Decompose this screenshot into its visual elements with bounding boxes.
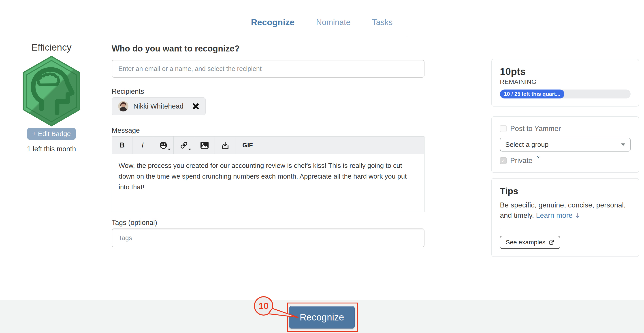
badge-panel: Efficiency + Edit Badge 1 left this mont… — [9, 42, 94, 153]
recipient-chip: Nikki Whitehead — [112, 97, 206, 115]
close-icon — [192, 103, 199, 110]
points-progress-bar: 10 / 25 left this quart... — [500, 90, 630, 98]
tags-label: Tags (optional) — [112, 219, 424, 227]
message-editor: B I — [112, 136, 424, 212]
gif-button[interactable]: GIF — [236, 136, 260, 154]
emoji-icon — [159, 141, 168, 150]
edit-badge-button[interactable]: + Edit Badge — [27, 128, 76, 140]
upload-button[interactable] — [215, 136, 236, 154]
editor-toolbar: B I — [112, 136, 424, 154]
yammer-checkbox[interactable]: ✓ — [500, 125, 506, 132]
private-checkbox[interactable]: ✓ — [500, 157, 506, 164]
points-value: 10pts — [500, 66, 630, 77]
check-icon: ✓ — [501, 158, 505, 163]
recognize-form: Who do you want to recognize? Recipients… — [112, 44, 424, 247]
page-title: Who do you want to recognize? — [112, 44, 424, 54]
gif-icon: GIF — [242, 142, 253, 149]
points-progress-label: 10 / 25 left this quart... — [500, 91, 564, 97]
tab-recognize[interactable]: Recognize — [251, 18, 294, 27]
private-option[interactable]: ✓ Private ? — [500, 156, 630, 165]
bold-icon: B — [120, 141, 125, 149]
tab-tasks[interactable]: Tasks — [372, 18, 393, 27]
down-arrow-icon: ↓ — [575, 212, 580, 219]
see-examples-label: See examples — [506, 239, 545, 246]
remove-recipient-button[interactable] — [192, 103, 199, 110]
yammer-label: Post to Yammer — [510, 124, 561, 133]
recognize-submit-button[interactable]: Recognize — [289, 306, 355, 328]
tags-input[interactable] — [112, 228, 424, 247]
bold-button[interactable]: B — [112, 136, 132, 154]
points-caption: REMAINING — [500, 78, 630, 86]
post-to-yammer-option[interactable]: ✓ Post to Yammer — [500, 124, 630, 133]
avatar — [118, 101, 128, 112]
image-icon — [200, 142, 209, 149]
group-select-value: Select a group — [505, 141, 548, 148]
link-button[interactable] — [174, 136, 194, 154]
message-input[interactable]: Wow, the process you created for our acc… — [112, 154, 424, 212]
external-link-icon — [548, 240, 554, 245]
recipient-name: Nikki Whitehead — [133, 102, 184, 110]
points-card: 10pts REMAINING 10 / 25 left this quart.… — [492, 59, 639, 106]
chevron-down-icon — [621, 144, 625, 146]
recipients-label: Recipients — [112, 88, 424, 96]
private-help-hint[interactable]: ? — [537, 155, 540, 160]
badge-title: Efficiency — [9, 42, 94, 53]
link-icon — [180, 141, 188, 150]
efficiency-badge-icon[interactable] — [9, 56, 94, 128]
learn-more-link[interactable]: Learn more — [536, 211, 572, 219]
group-select[interactable]: Select a group — [500, 138, 630, 152]
tab-nominate[interactable]: Nominate — [316, 18, 350, 27]
points-progress-fill: 10 / 25 left this quart... — [500, 90, 564, 98]
message-label: Message — [112, 126, 424, 134]
recipient-search-input[interactable] — [112, 60, 424, 78]
download-tray-icon — [221, 141, 229, 150]
emoji-button[interactable] — [153, 136, 174, 154]
see-examples-button[interactable]: See examples — [500, 236, 560, 249]
caret-down-icon — [168, 148, 170, 150]
private-label: Private — [510, 156, 532, 165]
italic-icon: I — [142, 141, 144, 149]
image-button[interactable] — [194, 136, 215, 154]
badge-remaining-note: 1 left this month — [9, 145, 94, 153]
share-card: ✓ Post to Yammer Select a group ✓ Privat… — [492, 116, 639, 173]
tips-title: Tips — [500, 186, 630, 196]
tab-bar: Recognize Nominate Tasks — [236, 9, 407, 36]
caret-down-icon — [188, 148, 191, 150]
tips-card: Tips Be specific, genuine, concise, pers… — [492, 178, 639, 257]
tips-divider — [500, 228, 630, 228]
sidebar: 10pts REMAINING 10 / 25 left this quart.… — [492, 59, 639, 257]
italic-button[interactable]: I — [132, 136, 153, 154]
tips-body: Be specific, genuine, concise, personal,… — [500, 200, 630, 221]
